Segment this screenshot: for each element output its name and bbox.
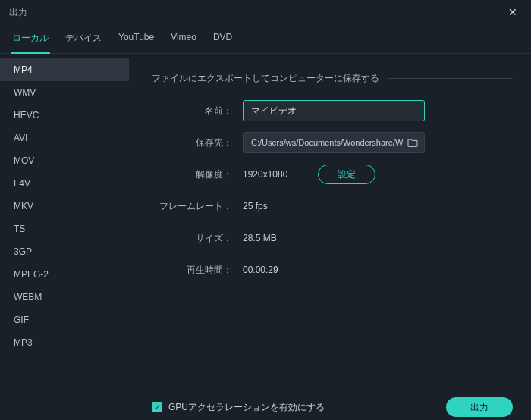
format-item-gif[interactable]: GIF — [0, 309, 129, 331]
tab-vimeo[interactable]: Vimeo — [169, 29, 198, 53]
footer: ✓ GPUアクセラレーションを有効にする 出力 — [0, 390, 531, 420]
format-item-mov[interactable]: MOV — [0, 149, 129, 172]
divider — [387, 78, 513, 79]
format-item-f4v[interactable]: F4V — [0, 172, 129, 195]
export-settings: ファイルにエクスポートしてコンピューターに保存する 名前： 保存先： C:/Us… — [129, 54, 531, 390]
titlebar: 出力 ✕ — [0, 0, 531, 24]
framerate-label: フレームレート： — [152, 200, 243, 213]
section-title: ファイルにエクスポートしてコンピューターに保存する — [152, 72, 379, 85]
resolution-value: 1920x1080 — [243, 169, 287, 180]
duration-value: 00:00:29 — [243, 265, 278, 275]
gpu-label: GPUアクセラレーションを有効にする — [168, 401, 325, 414]
format-item-mkv[interactable]: MKV — [0, 195, 129, 218]
format-item-avi[interactable]: AVI — [0, 127, 129, 149]
section-header: ファイルにエクスポートしてコンピューターに保存する — [152, 72, 513, 85]
check-icon: ✓ — [152, 402, 162, 412]
close-icon[interactable]: ✕ — [504, 5, 522, 20]
format-item-3gp[interactable]: 3GP — [0, 240, 129, 263]
format-item-hevc[interactable]: HEVC — [0, 104, 129, 127]
export-button[interactable]: 出力 — [446, 397, 513, 417]
format-item-wmv[interactable]: WMV — [0, 81, 129, 104]
size-value: 28.5 MB — [243, 233, 277, 243]
tab-device[interactable]: デバイス — [64, 29, 103, 53]
framerate-value: 25 fps — [243, 201, 268, 212]
resolution-label: 解像度： — [152, 168, 243, 181]
tab-youtube[interactable]: YouTube — [117, 29, 156, 53]
gpu-checkbox[interactable]: ✓ GPUアクセラレーションを有効にする — [152, 401, 325, 414]
saveto-label: 保存先： — [152, 136, 243, 149]
tabs: ローカル デバイス YouTube Vimeo DVD — [0, 24, 531, 54]
format-item-mp3[interactable]: MP3 — [0, 331, 129, 354]
format-sidebar: MP4 WMV HEVC AVI MOV F4V MKV TS 3GP MPEG… — [0, 54, 129, 390]
saveto-input[interactable]: C:/Users/ws/Documents/Wondershare/Wo — [243, 132, 425, 153]
name-label: 名前： — [152, 105, 243, 118]
name-input[interactable] — [243, 100, 425, 121]
format-item-webm[interactable]: WEBM — [0, 286, 129, 309]
size-label: サイズ： — [152, 232, 243, 245]
folder-icon[interactable] — [407, 138, 418, 147]
format-item-mpeg2[interactable]: MPEG-2 — [0, 263, 129, 286]
format-item-ts[interactable]: TS — [0, 218, 129, 240]
format-item-mp4[interactable]: MP4 — [0, 58, 129, 81]
tab-local[interactable]: ローカル — [11, 29, 50, 54]
duration-label: 再生時間： — [152, 264, 243, 277]
tab-dvd[interactable]: DVD — [212, 29, 234, 53]
saveto-value: C:/Users/ws/Documents/Wondershare/Wo — [251, 138, 403, 147]
settings-button[interactable]: 設定 — [318, 165, 375, 184]
window-title: 出力 — [9, 6, 27, 19]
